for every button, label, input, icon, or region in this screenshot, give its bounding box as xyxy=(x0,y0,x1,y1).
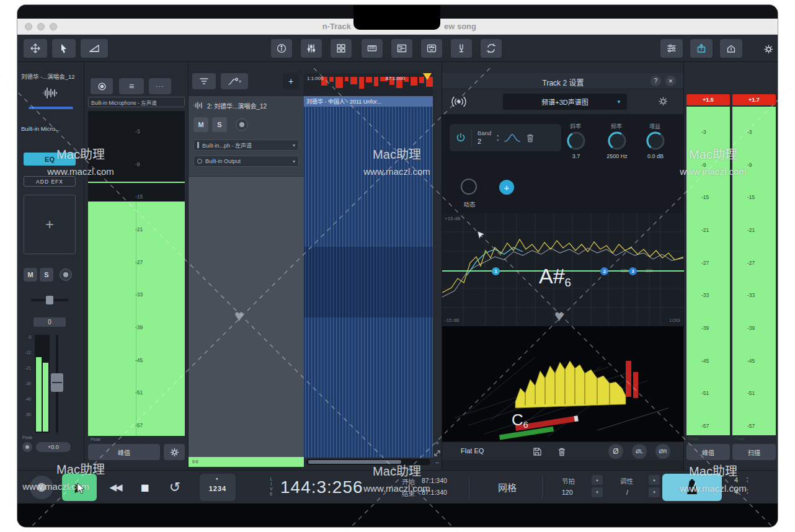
band-down-arrow[interactable]: ▾ xyxy=(497,138,499,143)
loop-button[interactable]: ↺ xyxy=(162,477,187,498)
rewind-button[interactable]: ◀◀ xyxy=(102,478,129,497)
spectrogram-3d[interactable]: C6 xyxy=(442,326,684,441)
mute-button[interactable]: M xyxy=(24,268,37,282)
eq-button[interactable]: EQ xyxy=(24,153,76,166)
sig-numerator-stepper[interactable]: ▴▾ xyxy=(747,476,748,483)
delete-band-button[interactable] xyxy=(526,133,535,143)
more-options-button[interactable]: ··· xyxy=(149,78,171,94)
save-preset-button[interactable] xyxy=(533,447,542,456)
solo-button[interactable]: S xyxy=(40,268,53,282)
track-header[interactable]: 2: 刘德华...演唱会_12 M S Built-in...ph - 左声道 … xyxy=(189,96,304,177)
audio-clip[interactable]: 刘德华 - 中国人 - 2011 Unfor... xyxy=(304,96,433,458)
freq-knob[interactable] xyxy=(607,131,627,151)
horizontal-scrollbar[interactable] xyxy=(306,459,430,465)
close-window-button[interactable] xyxy=(25,23,32,30)
tempo-down-button[interactable]: ▾ xyxy=(592,487,603,497)
track-solo-button[interactable]: S xyxy=(212,117,227,132)
add-efx-button[interactable]: ADD EFX xyxy=(24,176,76,187)
add-band-button[interactable]: + xyxy=(499,180,514,195)
help-button[interactable]: ? xyxy=(651,76,661,86)
delete-preset-button[interactable] xyxy=(557,447,566,456)
gain-value[interactable]: +0.0 xyxy=(36,442,71,452)
settings-gear-button[interactable] xyxy=(760,41,776,57)
info-button[interactable] xyxy=(271,39,292,58)
record-button[interactable] xyxy=(30,476,53,499)
meter-settings-button[interactable] xyxy=(164,444,185,460)
key-down-button[interactable]: ▾ xyxy=(649,487,660,497)
peak-mode-button[interactable]: 峰值 xyxy=(88,444,160,460)
band-up-arrow[interactable]: ▴ xyxy=(497,133,499,138)
filter-tracks-button[interactable] xyxy=(192,73,216,89)
minimize-window-button[interactable] xyxy=(37,23,45,30)
pan-value[interactable]: 0 xyxy=(33,317,66,327)
band-stepper[interactable]: ▴ ▾ xyxy=(497,133,499,143)
time-display[interactable]: 144:3:256 xyxy=(280,477,363,497)
share-button[interactable] xyxy=(690,39,713,58)
peak-mode-button[interactable]: 峰值 xyxy=(686,444,730,460)
gain-knob[interactable] xyxy=(646,131,665,151)
scrollbar-thumb[interactable] xyxy=(308,460,401,464)
phase-left-button[interactable]: ØL xyxy=(632,444,647,459)
pan-slider[interactable] xyxy=(31,299,68,301)
stop-button[interactable]: ■ xyxy=(134,477,156,498)
count-in-button[interactable]: ● 1234 xyxy=(200,474,236,501)
volume-fader-thumb[interactable] xyxy=(51,373,63,392)
key-up-button[interactable]: ▴ xyxy=(649,475,660,485)
track-lane[interactable] xyxy=(189,177,304,457)
gain-reset-button[interactable] xyxy=(22,442,32,452)
metronome-button[interactable] xyxy=(662,474,722,501)
eq-band-handle-1[interactable]: 1 xyxy=(492,267,500,275)
export-button[interactable] xyxy=(720,39,742,58)
live-mode-button[interactable]: LIVE xyxy=(269,477,273,497)
arrow-tool-button[interactable] xyxy=(52,39,76,58)
eq-band-handle-2[interactable]: 2 xyxy=(600,267,608,275)
audio-settings-button[interactable] xyxy=(660,39,683,58)
clip-indicator-left[interactable]: +1.5 xyxy=(686,94,730,105)
menu-button[interactable]: ≡ xyxy=(119,78,144,94)
pan-slider-thumb[interactable] xyxy=(46,296,53,304)
slope-knob[interactable] xyxy=(566,131,586,151)
view-mode-dropdown[interactable]: 频谱+3D声谱图 ▼ xyxy=(503,94,627,110)
track-output-dropdown[interactable]: Built-in Output ▾ xyxy=(193,156,299,167)
mini-clip-strip[interactable]: 0:0 xyxy=(189,457,304,467)
zoom-out-button[interactable]: − xyxy=(433,459,441,466)
fade-tool-button[interactable] xyxy=(81,39,108,58)
eq-graph[interactable]: 10k 20k 1 2 3 +15 dB -15 dB LOG A#6 xyxy=(442,213,684,326)
bell-curve-icon[interactable] xyxy=(504,133,520,143)
track-mute-button[interactable]: M xyxy=(193,117,208,132)
input-device-dropdown[interactable]: Built-in Microphone - 左声道 xyxy=(88,97,185,107)
add-track-button[interactable]: + xyxy=(283,73,299,89)
dynamics-knob[interactable] xyxy=(461,179,477,195)
eq-band-handle-3[interactable]: 3 xyxy=(629,267,637,275)
eq-settings-gear-button[interactable] xyxy=(658,96,668,107)
pianoroll-view-button[interactable] xyxy=(391,39,412,58)
scan-mode-button[interactable]: 扫描 xyxy=(732,444,776,460)
timeline-ruler[interactable]: 1:1:000 87:1:000 xyxy=(304,73,434,96)
play-button[interactable]: ▶ xyxy=(62,474,97,501)
sig-denominator-stepper[interactable]: ▴▾ xyxy=(747,487,748,495)
tempo-value[interactable]: 120 xyxy=(562,489,573,496)
preset-name[interactable]: Flat EQ xyxy=(461,447,484,454)
track-input-dropdown[interactable]: Built-in...ph - 左声道 ▾ xyxy=(193,140,299,151)
grid-button[interactable]: 网格 xyxy=(487,481,527,494)
end-value[interactable]: 87:1:340 xyxy=(422,489,447,496)
clip-title-bar[interactable]: 刘德华 - 中国人 - 2011 Unfor... xyxy=(304,96,433,107)
record-arm-button[interactable] xyxy=(60,268,72,281)
key-value[interactable]: / xyxy=(626,489,628,496)
close-panel-button[interactable]: ✕ xyxy=(665,76,676,86)
add-plugin-dropzone[interactable]: + xyxy=(24,195,76,254)
tempo-up-button[interactable]: ▴ xyxy=(592,475,603,485)
record-button-small[interactable] xyxy=(91,78,113,94)
move-tool-button[interactable] xyxy=(24,39,47,58)
zoom-window-button[interactable] xyxy=(50,23,57,30)
automation-button[interactable]: ▾ xyxy=(221,73,248,89)
phase-right-button[interactable]: ØR xyxy=(655,444,670,459)
clip-indicator-right[interactable]: +1.7 xyxy=(732,94,776,105)
phase-invert-button[interactable]: Ø xyxy=(608,444,623,459)
playhead-marker[interactable] xyxy=(423,73,432,80)
zoom-in-button[interactable]: + xyxy=(433,439,441,446)
band-selector[interactable]: Band 2 xyxy=(477,130,491,146)
track-record-arm-button[interactable] xyxy=(236,118,248,131)
mixer-view-button[interactable] xyxy=(301,39,322,58)
tuner-button[interactable] xyxy=(451,39,472,58)
